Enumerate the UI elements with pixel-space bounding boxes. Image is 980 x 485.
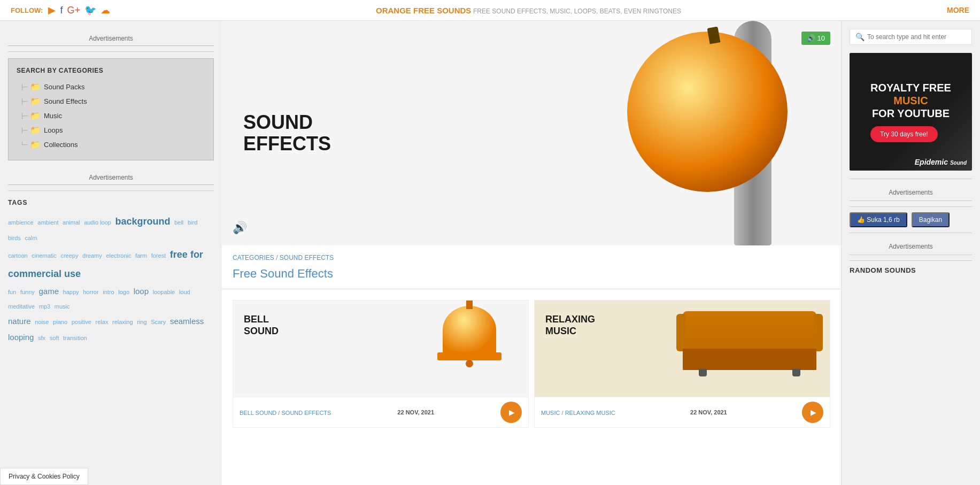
cat-item-collections[interactable]: 📁 Collections [30,137,205,152]
tag-mp3[interactable]: mp3 [39,303,50,310]
bell-hanger [466,300,473,309]
bell-cat-link[interactable]: BELL SOUND [240,410,276,416]
cat-item-sound-packs[interactable]: 📁 Sound Packs [30,80,205,94]
tag-creepy[interactable]: creepy [60,252,78,259]
post-bell-title2: SOUND [244,326,279,337]
tag-noise[interactable]: noise [35,319,49,325]
hero-image: SOUND EFFECTS 🔊 10 🔊 [222,21,841,245]
fb-row: 👍 Suka 1,6 rb Bagikan [850,212,972,227]
tag-cartoon[interactable]: cartoon [8,252,28,259]
ad-box-epidemic[interactable]: ROYALTY FREE MUSIC FOR YOUTUBE Try 30 da… [850,53,972,171]
breadcrumb-categories[interactable]: CATEGORIES [233,254,274,261]
more-link[interactable]: MORE [947,6,969,14]
youtube-icon[interactable]: ▶ [48,4,56,16]
tag-electronic[interactable]: electronic [106,252,131,259]
folder-icon: 📁 [30,125,41,135]
post-card-bell: BELL SOUND BELL S [233,300,529,428]
tag-background[interactable]: background [115,216,171,227]
tag-relax[interactable]: relax [96,319,109,325]
cat-link-sound-effects[interactable]: Sound Effects [44,97,87,105]
site-brand: ORANGE FREE SOUNDS [376,6,471,15]
hero-badge: 🔊 10 [801,32,830,45]
tag-sfx[interactable]: sfx [38,335,45,341]
tag-game[interactable]: game [38,287,59,296]
hero-sound-icon[interactable]: 🔊 [233,221,247,235]
divider-1 [850,179,972,179]
sofa-left-arm [676,314,686,351]
tag-horror[interactable]: horror [83,289,98,295]
cat-link-loops[interactable]: Loops [44,126,63,134]
tag-ambience[interactable]: ambience [8,219,34,226]
tag-logo[interactable]: logo [118,289,129,295]
search-box: 🔍 [850,29,972,45]
tag-calm[interactable]: calm [25,235,37,241]
bell-rim [437,352,501,360]
relaxing-parent-link[interactable]: RELAXING MUSIC [565,410,615,416]
bell-top [443,306,496,354]
sofa-right-arm [813,314,823,351]
tag-scary[interactable]: Scary [151,319,166,325]
tag-loud[interactable]: loud [179,289,190,295]
divider-4 [850,260,972,261]
facebook-icon[interactable]: f [60,5,63,16]
posts-grid: BELL SOUND BELL S [222,300,841,438]
play-button-bell[interactable] [500,402,522,423]
tag-nature[interactable]: nature [8,317,31,326]
breadcrumb-row: CATEGORIES / SOUND EFFECTS [222,245,841,264]
ad-brand: Epidemic Sound [915,158,967,166]
cat-link-music[interactable]: Music [44,112,62,120]
tag-relaxing[interactable]: relaxing [112,319,133,325]
post-bell-title1: BELL [244,314,279,326]
tag-dreamy[interactable]: dreamy [82,252,102,259]
tag-loop[interactable]: loop [134,287,149,296]
search-input[interactable] [867,33,966,41]
tag-fun[interactable]: fun [8,289,16,295]
tag-bird[interactable]: bird [188,219,197,226]
soundcloud-icon[interactable]: ☁ [101,4,110,16]
tag-ring[interactable]: ring [137,319,146,325]
tag-transition[interactable]: transition [63,335,87,341]
fb-like-button[interactable]: 👍 Suka 1,6 rb [850,212,907,227]
tag-positive[interactable]: positive [72,319,91,325]
tag-farm[interactable]: farm [135,252,147,259]
tag-bell[interactable]: bell [174,219,183,226]
tag-ambient[interactable]: ambient [37,219,58,226]
tag-birds[interactable]: birds [8,235,21,241]
tag-intro[interactable]: intro [103,289,114,295]
tag-meditative[interactable]: meditative [8,303,35,310]
privacy-bar[interactable]: Privacy & Cookies Policy [0,468,88,485]
cat-item-loops[interactable]: 📁 Loops [30,123,205,137]
ad-cta-button[interactable]: Try 30 days free! [870,126,938,142]
tag-loopable[interactable]: loopable [153,289,175,295]
post-relaxing-breadcrumb: MUSIC / RELAXING MUSIC [541,409,615,417]
fb-share-button[interactable]: Bagikan [912,212,950,227]
tag-piano[interactable]: piano [53,319,67,325]
breadcrumb-current[interactable]: SOUND EFFECTS [280,254,334,261]
tag-cinematic[interactable]: cinematic [32,252,56,259]
cat-item-sound-effects[interactable]: 📁 Sound Effects [30,94,205,109]
cat-link-collections[interactable]: Collections [44,141,78,149]
right-sidebar: 🔍 ROYALTY FREE MUSIC FOR YOUTUBE Try 30 … [841,21,980,485]
play-button-relaxing[interactable] [802,402,823,423]
main-content: SOUND EFFECTS 🔊 10 🔊 CATEGORIES [222,21,841,485]
tag-forest[interactable]: forest [151,252,166,259]
cat-item-music[interactable]: 📁 Music [30,109,205,123]
rs-ads-label: Advertisements [850,184,972,201]
twitter-icon[interactable]: 🐦 [84,4,96,16]
tag-soft[interactable]: soft [50,335,59,341]
random-sounds-title: RANDOM SOUNDS [850,266,972,274]
search-by-categories-box: SEARCH BY CATEGORIES 📁 Sound Packs 📁 Sou… [8,58,214,160]
rs-ads-label2: Advertisements [850,238,972,255]
tag-animal[interactable]: animal [63,219,80,226]
bell-parent-link[interactable]: SOUND EFFECTS [281,410,331,416]
tag-music[interactable]: music [55,303,70,310]
hero-title-line1: SOUND [243,112,331,133]
tag-happy[interactable]: happy [63,289,79,295]
categories-title: SEARCH BY CATEGORIES [17,67,205,74]
tag-audio-loop[interactable]: audio loop [84,219,111,226]
post-relaxing-overlay: RELAXING MUSIC [545,314,595,337]
relaxing-cat-link[interactable]: MUSIC [541,410,560,416]
cat-link-sound-packs[interactable]: Sound Packs [44,83,85,91]
tag-funny[interactable]: funny [20,289,35,295]
gplus-icon[interactable]: G+ [67,5,80,16]
